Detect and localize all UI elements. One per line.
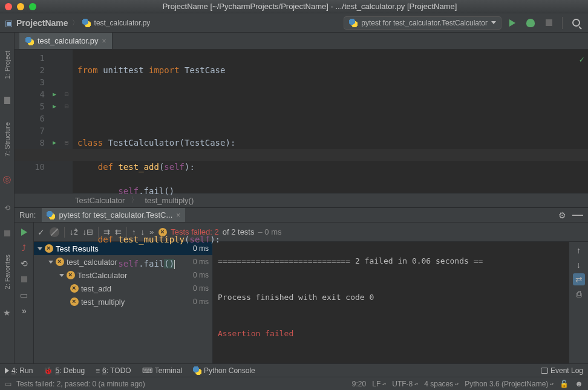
fail-badge-icon <box>158 228 167 236</box>
terminal-icon: ⌨ <box>142 366 152 375</box>
code-editor[interactable]: 12345678910 ▶ ▶ ▶ ⊟ ⊟ ⊟ <box>15 50 588 193</box>
code-content[interactable]: from unittest import TestCase class Test… <box>73 50 588 193</box>
python-file-icon <box>82 19 91 27</box>
window-title: ProjectName [~/PycharmProjects/ProjectNa… <box>36 2 583 11</box>
rerun-button[interactable] <box>17 225 31 239</box>
line-numbers-gutter: 12345678910 <box>15 50 48 193</box>
speech-bubble-icon <box>541 368 548 374</box>
python-icon <box>47 211 55 219</box>
list-icon: ≡ <box>96 366 100 375</box>
editor-gutter: ▶ ▶ ▶ <box>48 50 60 193</box>
separator <box>562 17 563 29</box>
run-line-marker[interactable]: ▶ <box>48 88 60 100</box>
status-icon[interactable]: ▭ <box>5 380 11 388</box>
star-icon: ★ <box>3 308 11 317</box>
favorites-tab-label: 2: Favorites <box>4 255 11 289</box>
refresh-button[interactable]: ⟲ <box>17 256 31 271</box>
inspector-icon[interactable]: ☻ <box>575 379 583 388</box>
show-passed-button[interactable]: ✓ <box>38 227 45 237</box>
status-bar: ▭ Tests failed: 2, passed: 0 (a minute a… <box>0 377 588 390</box>
fail-icon <box>70 284 79 293</box>
version-control-icon[interactable]: ⟲ <box>4 204 10 212</box>
python-file-icon <box>25 37 34 45</box>
debug-button[interactable] <box>523 16 538 30</box>
cursor-position[interactable]: 9:20 <box>352 380 366 388</box>
fold-marker[interactable]: ⊟ <box>60 137 73 149</box>
bottom-tool-tabs: 4: Run 🐞5: Debug ≡6: TODO ⌨Terminal Pyth… <box>0 363 588 377</box>
stop-icon <box>546 19 552 26</box>
fail-icon <box>45 244 53 253</box>
stop-button[interactable] <box>541 16 556 30</box>
fold-gutter: ⊟ ⊟ ⊟ <box>60 50 73 193</box>
breadcrumb-separator: 〉 <box>72 18 79 27</box>
show-ignored-button[interactable] <box>50 227 59 237</box>
search-icon <box>572 19 580 27</box>
run-tab[interactable]: 4: Run <box>5 366 33 375</box>
fold-marker[interactable]: ⊟ <box>60 100 73 112</box>
fold-marker[interactable] <box>60 112 73 125</box>
bug-icon <box>526 19 535 27</box>
run-label: Run: <box>19 210 36 219</box>
editor-tab-bar: test_calculator.py × <box>15 33 588 50</box>
inspection-ok-icon[interactable]: ✓ <box>580 53 584 65</box>
file-name[interactable]: test_calculator.py <box>94 19 151 27</box>
play-icon <box>5 368 9 374</box>
run-actions-toolbar: ⤴ ⟲ ▭ » <box>15 223 34 363</box>
debug-tab[interactable]: 🐞5: Debug <box>44 366 85 375</box>
project-tool-tab[interactable]: 1: Project <box>4 51 11 79</box>
fail-icon <box>70 297 79 306</box>
run-config-label: pytest for test_calculator.TestCalculato… <box>361 19 488 27</box>
fold-marker[interactable]: ⊟ <box>60 88 73 100</box>
console-error-line: Assertion failed <box>218 328 564 340</box>
terminal-tab[interactable]: ⌨Terminal <box>142 366 182 375</box>
lock-icon[interactable]: 🔓 <box>560 380 569 388</box>
run-line-marker[interactable]: ▶ <box>48 137 60 149</box>
play-icon <box>509 19 515 27</box>
fail-icon <box>56 258 64 266</box>
stop-square-icon <box>4 230 10 236</box>
project-tab-label: 1: Project <box>4 51 11 79</box>
run-line-marker[interactable]: ▶ <box>48 100 60 112</box>
chevron-down-icon <box>491 21 496 24</box>
tab-label: test_calculator.py <box>38 36 98 45</box>
structure-tool-tab[interactable]: 7: Structure <box>4 122 11 157</box>
favorites-tool-tab[interactable]: 2: Favorites <box>4 255 11 289</box>
file-encoding[interactable]: UTF-8▴▾ <box>392 380 418 388</box>
event-log-tab[interactable]: Event Log <box>541 366 583 375</box>
project-name[interactable]: ProjectName <box>16 18 68 28</box>
pin-button[interactable]: ▭ <box>17 288 31 302</box>
structure-tab-label: 7: Structure <box>4 122 11 157</box>
fail-icon <box>67 271 75 279</box>
status-message: Tests failed: 2, passed: 0 (a minute ago… <box>16 380 145 388</box>
structure-icon: ⓢ <box>3 175 11 186</box>
text-cursor <box>174 260 175 269</box>
python-console-tab[interactable]: Python Console <box>193 366 255 375</box>
sort-alphabetically-button[interactable]: ↓ẑ <box>70 227 78 236</box>
python-interpreter[interactable]: Python 3.6 (ProjectName)▴▾ <box>465 380 554 388</box>
indent-setting[interactable]: 4 spaces▴▾ <box>424 380 459 388</box>
window-minimize-button[interactable] <box>17 3 24 10</box>
expand-toggle[interactable] <box>38 247 42 250</box>
line-separator[interactable]: LF▴▾ <box>372 380 386 388</box>
run-button[interactable] <box>505 16 520 30</box>
window-close-button[interactable] <box>5 3 12 10</box>
folder-icon: ▣ <box>5 18 13 28</box>
python-icon <box>193 366 201 375</box>
search-button[interactable] <box>569 16 583 30</box>
editor-tab[interactable]: test_calculator.py × <box>19 33 113 49</box>
run-config-selector[interactable]: pytest for test_calculator.TestCalculato… <box>344 16 501 30</box>
navigation-bar: ▣ ProjectName 〉 test_calculator.py pytes… <box>0 13 588 33</box>
todo-tab[interactable]: ≡6: TODO <box>96 366 131 375</box>
python-icon <box>349 19 358 27</box>
stop-button[interactable] <box>17 272 31 287</box>
titlebar: ProjectName [~/PycharmProjects/ProjectNa… <box>0 0 588 13</box>
close-icon[interactable]: × <box>102 37 106 45</box>
more-button[interactable]: » <box>17 304 31 318</box>
bug-icon: 🐞 <box>44 366 53 375</box>
file-icon <box>4 97 10 104</box>
tool-window-bar-left: 1: Project 7: Structure ⓢ ⟲ 2: Favorites… <box>0 33 15 363</box>
toggle-auto-test-button[interactable]: ⤴ <box>17 241 31 255</box>
expand-toggle[interactable] <box>59 274 64 277</box>
expand-toggle[interactable] <box>48 261 53 264</box>
window-maximize-button[interactable] <box>29 3 36 10</box>
